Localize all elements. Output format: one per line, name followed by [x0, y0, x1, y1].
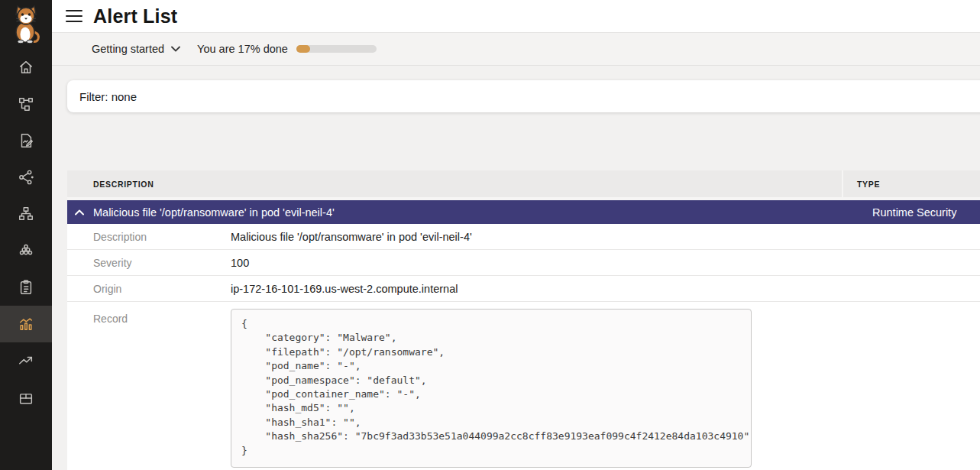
detail-label: Record [67, 302, 231, 325]
detail-row-origin: Origin ip-172-16-101-169.us-west-2.compu… [67, 276, 980, 302]
record-json-block: { "category": "Malware", "filepath": "/o… [231, 309, 752, 468]
column-header-description: DESCRIPTION [67, 170, 842, 197]
sidebar-item-posture[interactable] [0, 122, 52, 159]
alert-row-expanded[interactable]: Malicious file '/opt/ransomware' in pod … [67, 200, 980, 224]
clipboard-icon [18, 279, 34, 296]
sidebar-item-topology[interactable] [0, 86, 52, 122]
home-icon [18, 59, 34, 76]
document-edit-icon [18, 132, 34, 149]
chevron-up-icon[interactable] [67, 209, 84, 216]
cluster-circles-icon [18, 242, 34, 259]
progress-bar-fill [296, 45, 310, 53]
cat-mascot-logo[interactable] [9, 5, 43, 44]
top-header: Alert List [52, 0, 980, 32]
sidebar-item-runtime-analytics[interactable] [0, 306, 52, 342]
filter-label: Filter: none [79, 90, 137, 103]
detail-value: Malicious file '/opt/ransomware' in pod … [231, 231, 472, 243]
progress-text: You are 17% done [197, 43, 288, 55]
package-box-icon [18, 389, 34, 406]
sidebar-item-network[interactable] [0, 159, 52, 196]
app-root: Alert List Getting started You are 17% d… [0, 0, 980, 470]
progress-bar [296, 45, 377, 53]
sidebar [0, 0, 52, 470]
sidebar-nav [0, 49, 52, 416]
detail-row-description: Description Malicious file '/opt/ransomw… [67, 224, 980, 250]
menu-toggle-button[interactable] [66, 10, 82, 22]
page-title: Alert List [93, 5, 177, 28]
detail-label: Description [67, 231, 231, 243]
chevron-down-icon [171, 46, 180, 52]
onboarding-bar: Getting started You are 17% done [52, 32, 980, 66]
getting-started-dropdown[interactable]: Getting started [92, 43, 180, 55]
network-graph-icon [18, 169, 34, 186]
detail-row-record: Record { "category": "Malware", "filepat… [67, 302, 980, 470]
topology-icon [18, 96, 34, 112]
cat-logo-icon [9, 5, 43, 44]
sidebar-item-hierarchy[interactable] [0, 196, 52, 232]
detail-row-severity: Severity 100 [67, 250, 980, 276]
alert-description: Malicious file '/opt/ransomware' in pod … [93, 206, 857, 219]
column-header-type: TYPE [842, 170, 980, 197]
sidebar-item-trends[interactable] [0, 342, 52, 379]
analytics-chart-icon [18, 316, 34, 332]
getting-started-label: Getting started [92, 43, 164, 55]
sidebar-item-cluster[interactable] [0, 232, 52, 269]
table-header: DESCRIPTION TYPE [67, 170, 980, 200]
detail-label: Severity [67, 257, 231, 269]
sitemap-icon [18, 206, 34, 222]
alert-type: Runtime Security [857, 206, 980, 219]
sidebar-item-reports[interactable] [0, 269, 52, 306]
filter-bar[interactable]: Filter: none [67, 80, 980, 112]
trending-arrow-icon [18, 352, 34, 369]
main-area: Alert List Getting started You are 17% d… [52, 0, 980, 470]
sidebar-item-registry[interactable] [0, 379, 52, 416]
content-area: Filter: none DESCRIPTION TYPE Malicious … [52, 66, 980, 470]
alerts-table: DESCRIPTION TYPE Malicious file '/opt/ra… [67, 170, 980, 470]
detail-value: ip-172-16-101-169.us-west-2.compute.inte… [231, 283, 458, 295]
detail-value: 100 [231, 257, 249, 269]
sidebar-item-home[interactable] [0, 49, 52, 86]
detail-label: Origin [67, 283, 231, 295]
